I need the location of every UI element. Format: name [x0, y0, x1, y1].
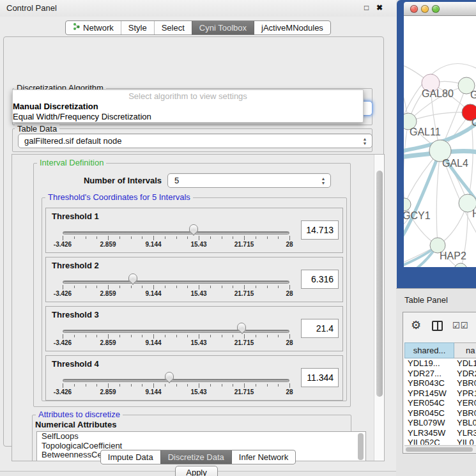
- slider-tick: [165, 286, 165, 288]
- threshold-4-slider-thumb[interactable]: [165, 372, 174, 380]
- slider-tick: [96, 335, 97, 337]
- attribute-item-selfloops[interactable]: SelfLoops: [37, 432, 365, 441]
- threshold-3-value-field[interactable]: 21.4: [301, 319, 339, 338]
- network-canvas[interactable]: GAL80GACGAL11GAL4GCY1HHAP2: [404, 16, 476, 267]
- cell-name[interactable]: YER0: [457, 398, 476, 408]
- gear-icon[interactable]: ⚙: [411, 318, 421, 332]
- network-node-gcy1[interactable]: [404, 198, 411, 211]
- cell-name[interactable]: YBR0: [457, 408, 476, 418]
- settings-scrollbar-track[interactable]: [374, 155, 385, 461]
- table-row[interactable]: YPR145WYPR1: [404, 388, 476, 399]
- threshold-1-value-field[interactable]: 14.713: [301, 220, 339, 240]
- table-row[interactable]: YBR043CYBR0: [404, 378, 476, 388]
- cell-name[interactable]: YBL0: [457, 418, 476, 427]
- threshold-4-slider-track[interactable]: [63, 379, 289, 382]
- table-data-select[interactable]: galFiltered.sif default node ▲▼: [18, 134, 372, 148]
- settings-scrollbar-thumb[interactable]: [376, 171, 383, 397]
- control-panel-titlebar: Control Panel □ ✖: [0, 0, 396, 17]
- slider-tick: [165, 335, 165, 337]
- node-label: GA: [470, 89, 476, 100]
- number-of-intervals-value: 5: [174, 176, 179, 185]
- cell-name[interactable]: YDL1: [457, 358, 476, 368]
- slider-tick-label: -3.426: [54, 388, 72, 395]
- slider-tick-label: 9.144: [145, 290, 161, 297]
- close-window-icon[interactable]: ✖: [376, 3, 383, 12]
- slider-tick-label: 15.43: [190, 241, 206, 248]
- cell-name[interactable]: YDR2: [457, 369, 476, 378]
- slider-tick-label: 9.144: [145, 241, 161, 248]
- cell-shared-name[interactable]: YBR045C: [408, 408, 445, 418]
- cell-shared-name[interactable]: YPR145W: [408, 388, 447, 398]
- slider-tick: [289, 236, 290, 240]
- cell-shared-name[interactable]: YBL079W: [408, 418, 445, 427]
- stepper-icon: ▲▼: [362, 137, 368, 146]
- threshold-2-value-field[interactable]: 6.316: [301, 270, 339, 289]
- number-of-intervals-select[interactable]: 5 ▲▼: [167, 173, 331, 188]
- threshold-1-slider-track[interactable]: [63, 231, 289, 234]
- table-row[interactable]: YBL079WYBL0: [404, 418, 476, 428]
- cell-shared-name[interactable]: YIL052C: [408, 438, 440, 445]
- threshold-4-panel: Threshold 4-3.4262.8599.14415.4321.71528…: [45, 355, 343, 401]
- tab-impute-data[interactable]: Impute Data: [101, 450, 160, 464]
- table-hscrollbar-thumb[interactable]: [406, 447, 473, 452]
- cell-shared-name[interactable]: YDL19...: [408, 358, 440, 368]
- tab-infer-network[interactable]: Infer Network: [231, 450, 295, 464]
- split-columns-icon[interactable]: [432, 321, 443, 331]
- tab-style[interactable]: Style: [121, 21, 154, 35]
- table-data-selected-value: galFiltered.sif default node: [24, 136, 121, 146]
- slider-tick: [244, 334, 245, 339]
- tab-discretize-data[interactable]: Discretize Data: [160, 450, 231, 464]
- slider-tick: [142, 335, 142, 337]
- minimize-traffic-light[interactable]: [421, 5, 429, 13]
- threshold-slider-stack: Threshold 1-3.4262.8599.14415.4321.71528…: [45, 208, 343, 404]
- algorithm-option-manual-discretization[interactable]: Manual Discretization: [13, 102, 363, 112]
- cell-shared-name[interactable]: YDR27...: [408, 369, 441, 378]
- table-hscrollbar-track[interactable]: [404, 445, 476, 452]
- table-row[interactable]: YIL052CYIL0: [404, 438, 476, 445]
- column-header-name[interactable]: na: [454, 342, 476, 358]
- cell-shared-name[interactable]: YLR345W: [408, 428, 445, 438]
- threshold-4-value-field[interactable]: 11.344: [301, 368, 339, 387]
- checkbox-columns-icon[interactable]: ☑☑: [452, 321, 468, 330]
- tab-select[interactable]: Select: [154, 21, 192, 35]
- threshold-3-slider-thumb[interactable]: [237, 323, 246, 330]
- cell-name[interactable]: YLR3: [457, 428, 476, 438]
- network-graph[interactable]: GAL80GACGAL11GAL4GCY1HHAP2: [404, 16, 476, 267]
- float-window-icon[interactable]: □: [364, 3, 369, 12]
- apply-button[interactable]: Apply: [175, 466, 218, 476]
- table-rows: YDL19...YDL1YDR27...YDR2YBR043CYBR0YPR14…: [404, 358, 476, 445]
- network-window-titlebar: [404, 2, 476, 16]
- table-row[interactable]: YDR27...YDR2: [404, 369, 476, 379]
- table-row[interactable]: YDL19...YDL1: [404, 358, 476, 369]
- zoom-traffic-light[interactable]: [432, 5, 440, 13]
- cell-name[interactable]: YBR0: [457, 378, 476, 388]
- attribute-item-topologicalcoefficient[interactable]: TopologicalCoefficient: [37, 441, 365, 451]
- cell-shared-name[interactable]: YER054C: [408, 398, 445, 408]
- close-traffic-light[interactable]: [410, 5, 418, 13]
- tab-network[interactable]: Network: [66, 21, 121, 35]
- tab-cyni-toolbox[interactable]: Cyni Toolbox: [192, 21, 254, 35]
- node-label: C: [472, 117, 476, 128]
- table-row[interactable]: YBR045CYBR0: [404, 408, 476, 418]
- column-header-shared-name[interactable]: shared...: [404, 342, 454, 358]
- slider-tick: [187, 286, 188, 288]
- tab-jactivemnodules[interactable]: jActiveMNodules: [254, 21, 330, 35]
- attributes-to-discretize-group-title: Attributes to discretize: [36, 410, 123, 419]
- table-row[interactable]: YLR345WYLR3: [404, 428, 476, 438]
- threshold-1-slider-thumb[interactable]: [189, 224, 198, 232]
- threshold-coordinates-group-title: Threshold's Coordinates for 5 Intervals: [45, 192, 193, 202]
- cell-name[interactable]: YIL0: [457, 438, 474, 445]
- cell-shared-name[interactable]: YBR043C: [408, 378, 445, 388]
- stepper-icon: ▲▼: [320, 176, 326, 185]
- threshold-2-slider-thumb[interactable]: [128, 273, 137, 281]
- network-node[interactable]: [454, 263, 467, 267]
- threshold-2-slider-track[interactable]: [63, 280, 289, 284]
- algorithm-option-equal-width-frequency[interactable]: Equal Width/Frequency Discretization: [13, 112, 363, 122]
- attributes-list-scrollbar[interactable]: [358, 433, 364, 460]
- threshold-3-slider-track[interactable]: [63, 330, 289, 333]
- slider-tick-label: 21.715: [234, 241, 254, 248]
- cell-name[interactable]: YPR1: [457, 388, 476, 398]
- table-row[interactable]: YER054CYER0: [404, 398, 476, 408]
- slider-tick: [233, 335, 233, 337]
- slider-tick: [96, 384, 97, 387]
